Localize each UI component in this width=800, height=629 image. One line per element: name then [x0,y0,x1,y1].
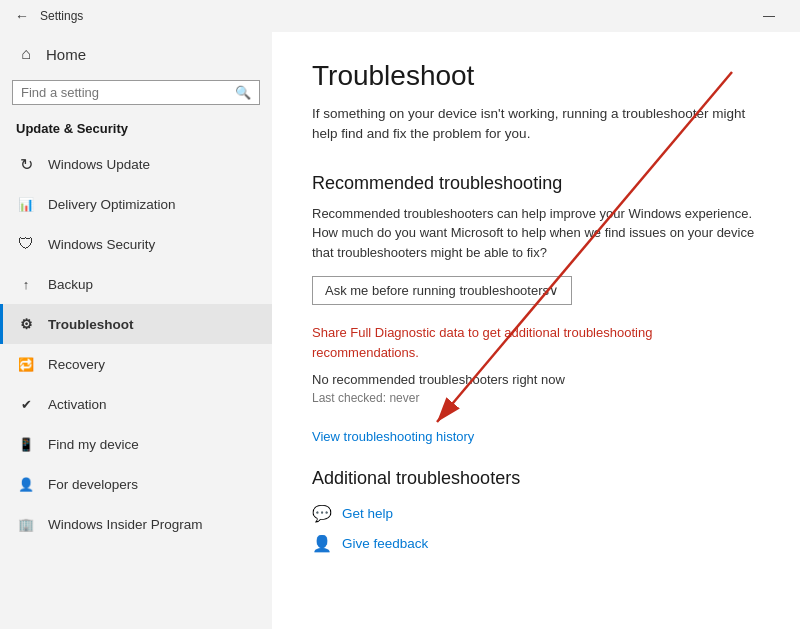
troubleshoot-icon: ⚙ [16,314,36,334]
sidebar-label-windows-update: Windows Update [48,157,150,172]
no-troubleshooters-text: No recommended troubleshooters right now [312,372,760,387]
give-feedback-item[interactable]: 👤 Give feedback [312,533,760,553]
sidebar-item-windows-insider[interactable]: 🏢 Windows Insider Program [0,504,272,544]
recommended-desc: Recommended troubleshooters can help imp… [312,204,760,263]
find-my-device-icon: 📱 [16,434,36,454]
window-controls: — [746,0,792,32]
home-label: Home [46,46,86,63]
delivery-optimization-icon: 📊 [16,194,36,214]
troubleshoot-dropdown[interactable]: Ask me before running troubleshooters ∨ [312,276,572,305]
windows-insider-icon: 🏢 [16,514,36,534]
sidebar-item-windows-update[interactable]: ↻ Windows Update [0,144,272,184]
app-body: ⌂ Home 🔍 Update & Security ↻ Windows Upd… [0,32,800,629]
sidebar-label-recovery: Recovery [48,357,105,372]
backup-icon: ↑ [16,274,36,294]
sidebar-item-activation[interactable]: ✔ Activation [0,384,272,424]
sidebar-item-home[interactable]: ⌂ Home [0,32,272,76]
search-input[interactable] [21,85,235,100]
get-help-item[interactable]: 💬 Get help [312,503,760,523]
main-content: Troubleshoot If something on your device… [272,32,800,591]
share-diagnostic-link[interactable]: Share Full Diagnostic data to get additi… [312,323,760,362]
sidebar-item-windows-security[interactable]: 🛡 Windows Security [0,224,272,264]
page-subtitle: If something on your device isn't workin… [312,104,760,145]
windows-update-icon: ↻ [16,154,36,174]
back-button[interactable]: ← [8,2,36,30]
recovery-icon: 🔁 [16,354,36,374]
title-bar: ← Settings — [0,0,800,32]
give-feedback-icon: 👤 [312,533,332,553]
home-icon: ⌂ [16,44,36,64]
sidebar-item-troubleshoot[interactable]: ⚙ Troubleshoot [0,304,272,344]
activation-icon: ✔ [16,394,36,414]
recommended-section-title: Recommended troubleshooting [312,173,760,194]
minimize-button[interactable]: — [746,0,792,32]
sidebar-label-troubleshoot: Troubleshoot [48,317,134,332]
dropdown-value: Ask me before running troubleshooters [325,283,549,298]
sidebar-label-find-my-device: Find my device [48,437,139,452]
additional-section-title: Additional troubleshooters [312,468,760,489]
for-developers-icon: 👤 [16,474,36,494]
sidebar-label-windows-insider: Windows Insider Program [48,517,203,532]
get-help-icon: 💬 [312,503,332,523]
view-history-link[interactable]: View troubleshooting history [312,429,760,444]
sidebar-item-delivery-optimization[interactable]: 📊 Delivery Optimization [0,184,272,224]
main-wrapper: Troubleshoot If something on your device… [272,32,800,629]
sidebar-label-windows-security: Windows Security [48,237,155,252]
sidebar-label-backup: Backup [48,277,93,292]
get-help-label: Get help [342,506,393,521]
sidebar-item-find-my-device[interactable]: 📱 Find my device [0,424,272,464]
last-checked-text: Last checked: never [312,391,760,405]
give-feedback-label: Give feedback [342,536,428,551]
page-title: Troubleshoot [312,60,760,92]
sidebar-item-backup[interactable]: ↑ Backup [0,264,272,304]
chevron-down-icon: ∨ [549,283,559,298]
sidebar-label-activation: Activation [48,397,107,412]
sidebar: ⌂ Home 🔍 Update & Security ↻ Windows Upd… [0,32,272,629]
sidebar-label-delivery-optimization: Delivery Optimization [48,197,176,212]
search-icon: 🔍 [235,85,251,100]
windows-security-icon: 🛡 [16,234,36,254]
sidebar-label-for-developers: For developers [48,477,138,492]
section-title: Update & Security [0,117,272,144]
app-title: Settings [40,9,83,23]
sidebar-item-recovery[interactable]: 🔁 Recovery [0,344,272,384]
search-box[interactable]: 🔍 [12,80,260,105]
sidebar-item-for-developers[interactable]: 👤 For developers [0,464,272,504]
